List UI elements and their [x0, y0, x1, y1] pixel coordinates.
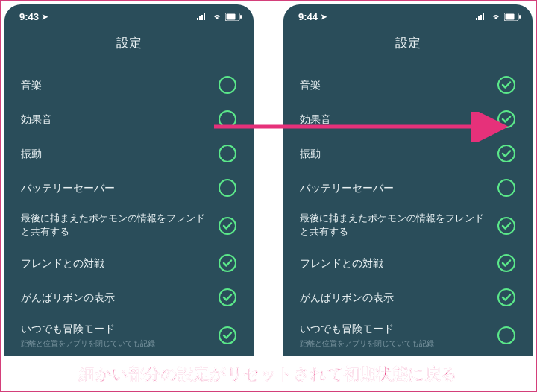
setting-friend-battle[interactable]: フレンドとの対戦 [300, 246, 516, 280]
comparison-container: 9:43 ➤ [0, 0, 537, 392]
status-icons [197, 13, 242, 21]
svg-rect-15 [476, 18, 477, 20]
svg-point-12 [219, 255, 236, 271]
svg-point-8 [219, 111, 236, 127]
toggle-on-icon [497, 288, 516, 307]
toggle-off-icon [218, 75, 237, 95]
toggle-on-icon [497, 75, 516, 95]
setting-adventure-sync[interactable]: いつでも冒険モード 距離と位置をアプリを閉じていても記録 [300, 314, 516, 356]
svg-rect-2 [201, 15, 203, 20]
svg-point-14 [219, 327, 236, 344]
toggle-on-icon [218, 288, 237, 307]
setting-ribbon[interactable]: がんばリボンの表示 [21, 280, 237, 314]
svg-rect-0 [197, 18, 198, 20]
setting-battery-saver[interactable]: バッテリーセーバー [300, 171, 516, 205]
svg-rect-16 [478, 16, 480, 20]
page-title: 設定 [283, 24, 533, 68]
phone-after: 9:44 ➤ [283, 4, 533, 356]
svg-rect-3 [204, 13, 205, 20]
svg-rect-6 [240, 15, 242, 19]
svg-point-23 [498, 111, 515, 127]
setting-adventure-sync[interactable]: いつでも冒険モード 距離と位置をアプリを閉じていても記録 [21, 314, 237, 356]
svg-point-7 [219, 77, 236, 93]
status-time: 9:44 [298, 11, 318, 22]
settings-list-before: 音楽 効果音 振動 バッテリーセーバー 最後に捕まえたポケモンの情報をフレンドと… [4, 68, 254, 356]
svg-point-13 [219, 289, 236, 306]
toggle-on-icon [497, 110, 516, 129]
setting-vibration[interactable]: 振動 [300, 136, 516, 171]
toggle-on-icon [218, 326, 237, 345]
svg-point-22 [498, 77, 515, 93]
setting-battery-saver[interactable]: バッテリーセーバー [21, 171, 237, 205]
svg-point-29 [498, 327, 515, 344]
svg-rect-18 [483, 13, 484, 20]
wifi-icon [491, 13, 501, 20]
status-bar: 9:44 ➤ [283, 4, 533, 24]
page-title: 設定 [4, 24, 254, 68]
toggle-on-icon [218, 253, 237, 273]
status-bar: 9:43 ➤ [4, 4, 254, 24]
svg-rect-21 [519, 15, 521, 19]
toggle-on-icon [497, 144, 516, 163]
svg-point-24 [498, 145, 515, 162]
toggle-off-icon [218, 110, 237, 129]
signal-icon [476, 13, 488, 20]
svg-point-26 [498, 218, 515, 234]
status-icons [476, 13, 521, 21]
svg-point-10 [219, 180, 236, 196]
toggle-on-icon [497, 216, 516, 235]
toggle-off-icon [497, 178, 516, 197]
signal-icon [197, 13, 209, 20]
toggle-off-icon [218, 144, 237, 163]
setting-friend-battle[interactable]: フレンドとの対戦 [21, 246, 237, 280]
setting-music[interactable]: 音楽 [300, 68, 516, 102]
toggle-on-icon [218, 216, 237, 235]
battery-icon [504, 13, 521, 21]
setting-ribbon[interactable]: がんばリボンの表示 [300, 280, 516, 314]
phones-area: 9:43 ➤ [1, 1, 536, 356]
svg-point-11 [219, 218, 236, 234]
settings-list-after: 音楽 効果音 振動 バッテリーセーバー 最後に捕まえたポケモンの情報をフレンドと… [283, 68, 533, 356]
setting-share-pokemon[interactable]: 最後に捕まえたポケモンの情報をフレンドと共有する [21, 205, 237, 246]
setting-share-pokemon[interactable]: 最後に捕まえたポケモンの情報をフレンドと共有する [300, 205, 516, 246]
location-icon: ➤ [42, 13, 48, 21]
toggle-off-icon [218, 178, 237, 197]
svg-point-25 [498, 180, 515, 196]
svg-rect-17 [480, 15, 482, 20]
svg-point-9 [219, 145, 236, 162]
toggle-off-icon [497, 326, 516, 345]
toggle-on-icon [497, 253, 516, 273]
caption-bar: 細かい部分の設定がリセットされて初期状態に戻る [1, 356, 536, 391]
setting-sfx[interactable]: 効果音 [21, 102, 237, 136]
location-icon: ➤ [321, 13, 327, 21]
svg-point-27 [498, 255, 515, 271]
svg-rect-20 [506, 13, 515, 19]
status-time: 9:43 [19, 11, 39, 22]
wifi-icon [212, 13, 222, 20]
setting-vibration[interactable]: 振動 [21, 136, 237, 171]
svg-rect-1 [199, 16, 201, 20]
caption-text: 細かい部分の設定がリセットされて初期状態に戻る [7, 364, 530, 385]
svg-point-28 [498, 289, 515, 306]
svg-rect-5 [227, 13, 236, 19]
setting-sfx[interactable]: 効果音 [300, 102, 516, 136]
battery-icon [225, 13, 242, 21]
setting-music[interactable]: 音楽 [21, 68, 237, 102]
phone-before: 9:43 ➤ [4, 4, 254, 356]
